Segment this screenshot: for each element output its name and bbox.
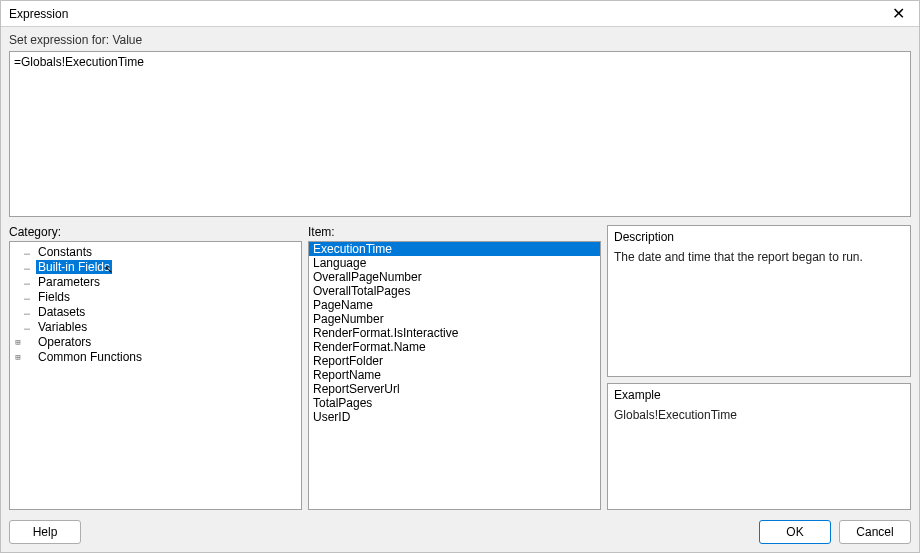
tree-item-label: Parameters	[36, 275, 102, 289]
close-icon[interactable]: ✕	[883, 3, 913, 25]
tree-item-label: Built-in Fields	[36, 260, 112, 274]
list-item[interactable]: OverallPageNumber	[309, 270, 600, 284]
description-label: Description	[614, 230, 904, 244]
titlebar-title: Expression	[9, 7, 68, 21]
tree-connector: …	[24, 321, 36, 332]
tree-item-label: Operators	[36, 335, 93, 349]
item-list[interactable]: ExecutionTimeLanguageOverallPageNumberOv…	[308, 241, 601, 510]
cancel-button[interactable]: Cancel	[839, 520, 911, 544]
tree-item-label: Variables	[36, 320, 89, 334]
tree-item-label: Datasets	[36, 305, 87, 319]
set-expression-label: Set expression for: Value	[9, 31, 911, 51]
right-column: Description The date and time that the r…	[607, 225, 911, 510]
list-item[interactable]: UserID	[309, 410, 600, 424]
cursor-icon: ↖	[104, 263, 113, 276]
description-text: The date and time that the report began …	[614, 250, 904, 264]
tree-connector: …	[24, 276, 36, 287]
expression-input[interactable]: =Globals!ExecutionTime	[9, 51, 911, 217]
spacer	[81, 520, 759, 544]
category-tree-item[interactable]: ⊞Operators	[10, 334, 301, 349]
category-label: Category:	[9, 225, 302, 239]
titlebar: Expression ✕	[1, 1, 919, 27]
tree-connector: …	[24, 291, 36, 302]
tree-connector: …	[24, 261, 36, 272]
item-label: Item:	[308, 225, 601, 239]
dialog-content: Set expression for: Value =Globals!Execu…	[1, 27, 919, 552]
help-button[interactable]: Help	[9, 520, 81, 544]
example-label: Example	[614, 388, 904, 402]
tree-connector: …	[24, 306, 36, 317]
list-item[interactable]: RenderFormat.IsInteractive	[309, 326, 600, 340]
list-item[interactable]: ReportServerUrl	[309, 382, 600, 396]
category-tree-item[interactable]: …Built-in Fields↖	[10, 259, 301, 274]
example-panel: Example Globals!ExecutionTime	[607, 383, 911, 510]
category-tree-item[interactable]: …Constants	[10, 244, 301, 259]
middle-row: Category: …Constants…Built-in Fields↖…Pa…	[9, 225, 911, 510]
category-tree-item[interactable]: …Datasets	[10, 304, 301, 319]
list-item[interactable]: OverallTotalPages	[309, 284, 600, 298]
expression-dialog: Expression ✕ Set expression for: Value =…	[0, 0, 920, 553]
button-row: Help OK Cancel	[9, 510, 911, 544]
category-tree-item[interactable]: …Parameters	[10, 274, 301, 289]
tree-item-label: Constants	[36, 245, 94, 259]
list-item[interactable]: PageNumber	[309, 312, 600, 326]
ok-button[interactable]: OK	[759, 520, 831, 544]
list-item[interactable]: TotalPages	[309, 396, 600, 410]
list-item[interactable]: PageName	[309, 298, 600, 312]
category-tree-item[interactable]: …Fields	[10, 289, 301, 304]
tree-connector: …	[24, 246, 36, 257]
category-tree-item[interactable]: …Variables	[10, 319, 301, 334]
item-column: Item: ExecutionTimeLanguageOverallPageNu…	[308, 225, 601, 510]
tree-item-label: Common Functions	[36, 350, 144, 364]
description-panel: Description The date and time that the r…	[607, 225, 911, 377]
category-tree[interactable]: …Constants…Built-in Fields↖…Parameters…F…	[9, 241, 302, 510]
category-tree-item[interactable]: ⊞Common Functions	[10, 349, 301, 364]
list-item[interactable]: ReportName	[309, 368, 600, 382]
list-item[interactable]: Language	[309, 256, 600, 270]
expand-icon[interactable]: ⊞	[12, 337, 24, 347]
tree-item-label: Fields	[36, 290, 72, 304]
list-item[interactable]: ReportFolder	[309, 354, 600, 368]
category-column: Category: …Constants…Built-in Fields↖…Pa…	[9, 225, 302, 510]
list-item[interactable]: RenderFormat.Name	[309, 340, 600, 354]
list-item[interactable]: ExecutionTime	[309, 242, 600, 256]
example-text: Globals!ExecutionTime	[614, 408, 904, 422]
expand-icon[interactable]: ⊞	[12, 352, 24, 362]
